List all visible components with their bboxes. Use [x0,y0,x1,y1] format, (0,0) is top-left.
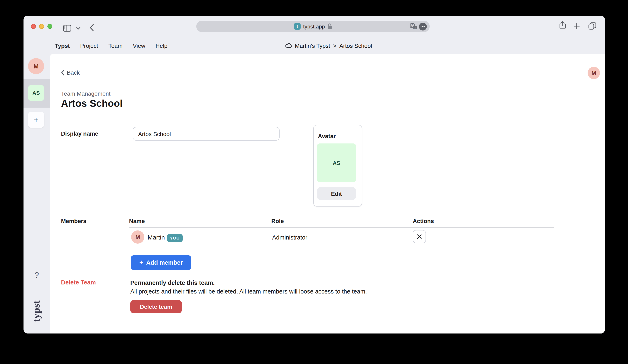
member-avatar: M [131,230,144,244]
app-menu-bar: Typst Project Team View Help Martin's Ty… [23,37,605,54]
add-member-label: Add member [146,259,183,266]
browser-window: t typst.app A x [23,16,605,334]
site-favicon: t [294,23,301,30]
menu-project[interactable]: Project [80,42,98,49]
delete-team-label: Delete Team [61,279,96,286]
sidebar-item-workspace[interactable]: M [28,58,44,74]
column-header-role: Role [271,218,284,224]
menu-view[interactable]: View [133,42,145,49]
avatar-card: Avatar AS Edit [314,125,362,207]
tab-overview-icon[interactable] [588,22,596,30]
browser-back-icon[interactable] [89,24,94,31]
plus-icon: + [139,258,143,267]
new-tab-icon[interactable] [574,23,580,29]
translate-icon[interactable]: A x [410,23,417,30]
member-name: Martin [148,234,165,241]
minimize-window-button[interactable] [39,24,44,29]
add-team-button[interactable]: + [28,112,44,128]
breadcrumb-separator: > [333,42,336,49]
back-label: Back [67,69,79,76]
breadcrumb: Martin's Typst > Artos School [285,37,372,54]
delete-team-button[interactable]: Delete team [130,300,182,313]
remove-member-button[interactable] [413,230,426,243]
display-name-label: Display name [61,130,98,137]
table-divider [129,227,554,227]
toolbar-divider [74,23,74,33]
extensions-ellipsis-icon[interactable] [419,22,427,30]
chevron-down-icon[interactable] [76,27,80,30]
avatar-card-label: Avatar [318,133,336,139]
menu-team[interactable]: Team [108,42,122,49]
menu-typst[interactable]: Typst [55,42,70,49]
you-badge: YOU [167,234,182,242]
address-bar[interactable]: t typst.app A x [196,21,430,32]
cloud-icon [285,43,292,48]
fullscreen-window-button[interactable] [47,24,52,29]
sidebar-item-team-artos-school[interactable]: AS [28,85,44,101]
add-member-button[interactable]: + Add member [131,255,191,270]
team-avatar: AS [317,144,356,182]
url-text: typst.app [303,23,325,29]
desktop: t typst.app A x [0,0,628,364]
edit-avatar-button[interactable]: Edit [317,187,356,200]
column-header-actions: Actions [413,218,434,224]
svg-text:x: x [414,26,416,29]
svg-text:A: A [411,24,414,27]
traffic-lights [31,24,52,29]
back-link[interactable]: Back [61,69,79,76]
user-avatar[interactable]: M [588,67,600,79]
close-icon [417,234,422,239]
sidebar-toggle-icon[interactable] [63,25,71,32]
team-management-page: M Back Team Management Artos School Disp… [50,54,605,334]
column-header-name: Name [129,218,145,224]
page-title: Artos School [61,98,123,109]
breadcrumb-workspace[interactable]: Martin's Typst [295,42,330,49]
delete-description: All projects and their files will be del… [130,288,367,295]
menu-help[interactable]: Help [156,42,167,49]
address-bar-icons: A x [410,21,427,32]
close-window-button[interactable] [31,24,36,29]
display-name-input[interactable] [133,127,280,141]
workspace-sidebar: M AS + ? typst [23,54,50,334]
app-menus: Typst Project Team View Help [55,37,167,54]
members-label: Members [61,218,86,224]
share-icon[interactable] [559,21,566,29]
delete-headline: Permanently delete this team. [130,280,215,286]
lock-icon [327,23,332,29]
breadcrumb-team[interactable]: Artos School [339,42,372,49]
help-icon[interactable]: ? [23,271,50,280]
typst-logo: typst [30,296,42,326]
member-role: Administrator [272,234,308,241]
section-label: Team Management [61,90,110,97]
